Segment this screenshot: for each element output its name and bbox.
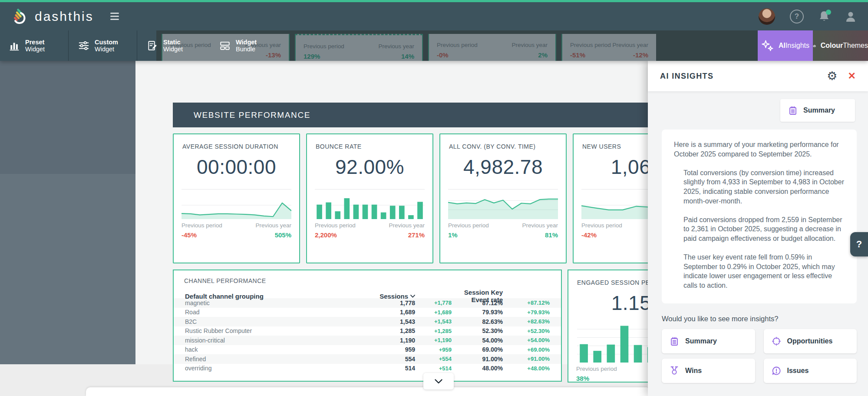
logo-text: dashthis bbox=[35, 9, 94, 24]
widget-title: AVERAGE SESSION DURATION bbox=[182, 143, 290, 150]
opportunities-button[interactable]: Opportunities bbox=[764, 329, 857, 353]
table-row[interactable]: magnetic 1,778 +1,778 87.12% +87.12% bbox=[174, 298, 561, 308]
user-avatar[interactable] bbox=[759, 8, 775, 25]
dashthis-logo[interactable]: dashthis bbox=[10, 7, 94, 26]
summary-chip-label: Summary bbox=[803, 106, 835, 114]
chevron-down-icon bbox=[435, 379, 442, 384]
notification-dot bbox=[826, 10, 831, 15]
summary-paragraph: Total conversions (by conversion time) i… bbox=[674, 168, 845, 206]
previous-period-value: 1% bbox=[448, 231, 458, 239]
insight-buttons: Summary Opportunities Wins bbox=[662, 329, 857, 383]
widget-title: ALL CONV. (BY CONV. TIME) bbox=[449, 143, 557, 150]
widget-value: 00:00:00 bbox=[174, 155, 299, 179]
widget-value: 4,982.78 bbox=[440, 155, 566, 179]
hamburger-menu-icon[interactable] bbox=[110, 13, 119, 20]
ai-panel-header: AI INSIGHTS ⚙ ✕ bbox=[648, 61, 868, 91]
summary-paragraph: The user key event rate fell from 0.59% … bbox=[674, 253, 845, 290]
widget-all-conversions[interactable]: ALL CONV. (BY CONV. TIME) 4,982.78 Previ… bbox=[439, 133, 567, 263]
palette-icon bbox=[813, 40, 816, 52]
previous-period-value: -45% bbox=[182, 231, 197, 239]
previous-period-label: Previous period bbox=[581, 222, 622, 229]
table-row[interactable]: mission-critical 1,190 +1,190 54.00% +54… bbox=[174, 336, 561, 345]
channel-name: Refined bbox=[185, 356, 375, 363]
page-pencil-icon bbox=[147, 40, 158, 51]
bundle-icon bbox=[219, 40, 231, 51]
section-title: WEBSITE PERFORMANCE bbox=[194, 110, 310, 120]
more-insights-prompt: Would you like to see more insights? bbox=[662, 315, 857, 323]
table-row[interactable]: hack 959 +959 69.00% +69.00% bbox=[174, 345, 561, 355]
close-icon[interactable]: ✕ bbox=[848, 71, 856, 81]
notepad-icon bbox=[670, 336, 679, 346]
previous-period-value: -42% bbox=[581, 231, 597, 239]
previous-period-value: 2,200% bbox=[315, 231, 337, 239]
channel-name: mission-critical bbox=[185, 337, 375, 344]
table-body: magnetic 1,778 +1,778 87.12% +87.12% Roa… bbox=[174, 298, 561, 373]
custom-widget-button[interactable]: CustomWidget bbox=[78, 30, 118, 61]
table-row[interactable]: overriding 514 +514 48.00% +48.00% bbox=[174, 364, 561, 373]
widget-toolbar: Previous period Previous year -13% Previ… bbox=[0, 30, 868, 61]
column-header-sessions[interactable]: Sessions bbox=[375, 293, 415, 300]
summary-chip[interactable]: Summary bbox=[780, 99, 855, 122]
wins-button[interactable]: Wins bbox=[662, 359, 755, 383]
ai-summary-card: Here is a summary of your marketing perf… bbox=[662, 130, 857, 303]
previous-period-label: Previous period bbox=[315, 222, 356, 229]
widget-average-session-duration[interactable]: AVERAGE SESSION DURATION 00:00:00 Previo… bbox=[173, 133, 300, 263]
static-widget-button[interactable]: StaticWidget bbox=[147, 30, 183, 61]
channel-name: Rustic Rubber Computer bbox=[185, 327, 375, 334]
toolbar-divider bbox=[137, 30, 137, 61]
channel-name: overriding bbox=[185, 365, 375, 372]
toolbar-divider bbox=[68, 30, 69, 61]
notifications-bell-icon[interactable] bbox=[818, 10, 830, 23]
bar-chart-icon bbox=[9, 40, 20, 51]
divider bbox=[315, 189, 425, 190]
preset-widget-button[interactable]: PresetWidget bbox=[9, 30, 45, 61]
ai-panel-title: AI INSIGHTS bbox=[660, 72, 827, 81]
table-header-row: Default channel grouping Sessions Sessio… bbox=[174, 289, 561, 298]
bar-chart bbox=[315, 191, 425, 219]
widget-bounce-rate[interactable]: BOUNCE RATE 92.00% Previous period Previ… bbox=[306, 133, 433, 263]
sparkline-chart bbox=[182, 191, 291, 219]
sort-chevron-icon bbox=[410, 295, 415, 298]
previous-period-value: 38% bbox=[576, 375, 589, 382]
ai-insights-panel: AI INSIGHTS ⚙ ✕ Summary Here is a summar… bbox=[648, 61, 868, 396]
summary-paragraph: Paid conversions dropped from 2,559 in S… bbox=[674, 215, 845, 243]
previous-year-value: 505% bbox=[275, 231, 291, 239]
previous-year-value: 81% bbox=[545, 231, 558, 239]
table-row[interactable]: B2C 1,543 +1,543 82.63% +82.63% bbox=[174, 317, 561, 326]
widget-value: 92.00% bbox=[307, 155, 432, 179]
summary-button[interactable]: Summary bbox=[662, 329, 755, 353]
channel-name: B2C bbox=[185, 318, 375, 325]
dashthis-app: WEBSITE PERFORMANCE AVERAGE SESSION DURA… bbox=[0, 0, 868, 396]
issues-button[interactable]: Issues bbox=[764, 359, 857, 383]
table-row[interactable]: Refined 554 +554 91.00% +91.00% bbox=[174, 354, 561, 364]
medal-icon bbox=[670, 366, 679, 376]
expand-table-button[interactable] bbox=[423, 373, 454, 389]
help-icon[interactable]: ? bbox=[790, 10, 804, 23]
account-icon[interactable] bbox=[845, 10, 857, 23]
page-gutter-bottom bbox=[0, 174, 135, 364]
notepad-icon bbox=[788, 106, 798, 115]
summary-paragraph: Here is a summary of your marketing perf… bbox=[674, 140, 845, 159]
previous-year-label: Previous year bbox=[389, 222, 425, 229]
page-gutter-top bbox=[0, 61, 155, 174]
column-header-channel: Default channel grouping bbox=[185, 293, 375, 300]
target-icon bbox=[772, 336, 781, 346]
sparkle-icon bbox=[761, 39, 774, 52]
help-tab[interactable]: ? bbox=[850, 232, 868, 256]
widget-title: BOUNCE RATE bbox=[316, 143, 424, 150]
previous-year-value: 271% bbox=[408, 231, 425, 239]
sparkline-chart bbox=[448, 191, 558, 219]
colour-themes-button[interactable]: ColourThemes bbox=[813, 30, 868, 61]
widget-channel-performance[interactable]: CHANNEL PERFORMANCE Default channel grou… bbox=[173, 270, 562, 382]
channel-name: Road bbox=[185, 309, 375, 316]
table-row[interactable]: Road 1,689 +1,689 79.93% +79.93% bbox=[174, 308, 561, 317]
ai-insights-button[interactable]: AIInsights bbox=[758, 30, 813, 61]
gear-icon[interactable]: ⚙ bbox=[827, 70, 837, 82]
channel-name: hack bbox=[185, 346, 375, 353]
channel-name: magnetic bbox=[185, 299, 375, 306]
table-row[interactable]: Rustic Rubber Computer 1,285 +1,285 52.3… bbox=[174, 326, 561, 336]
previous-period-label: Previous period bbox=[182, 222, 222, 229]
widget-bundle-button[interactable]: WidgetBundle bbox=[219, 30, 257, 61]
dashthis-logo-icon bbox=[10, 7, 29, 26]
previous-year-label: Previous year bbox=[255, 222, 291, 229]
